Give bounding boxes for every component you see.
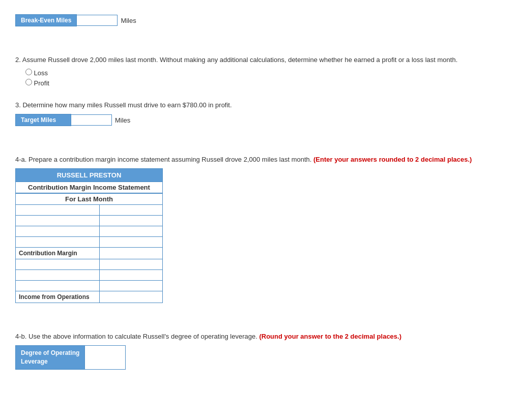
income-from-operations-row: Income from Operations <box>16 291 162 303</box>
cm-table-title: RUSSELL PRESTON <box>16 169 162 182</box>
question-3-section: 3. Determine how many miles Russell must… <box>15 101 506 126</box>
breakeven-label: Break-Even Miles <box>15 14 77 26</box>
q2-loss-option[interactable]: Loss <box>25 69 506 77</box>
row-2-label <box>16 216 100 226</box>
row-1-label <box>16 205 100 215</box>
question-4a-section: 4-a. Prepare a contribution margin incom… <box>15 156 506 303</box>
contribution-margin-label: Contribution Margin <box>16 248 100 259</box>
degree-label: Degree of Operating Leverage <box>15 345 85 370</box>
question-4b-section: 4-b. Use the above information to calcul… <box>15 333 506 370</box>
q4a-intro: 4-a. Prepare a contribution margin incom… <box>15 156 311 163</box>
q4a-text: 4-a. Prepare a contribution margin incom… <box>15 156 506 163</box>
row-3-label <box>16 226 100 236</box>
q4a-highlight: (Enter your answers rounded to 2 decimal… <box>313 156 472 163</box>
table-row <box>16 259 162 270</box>
row-4-input[interactable] <box>100 237 162 247</box>
target-miles-row: Target Miles Miles <box>15 114 506 126</box>
row-8-label <box>16 281 100 291</box>
degree-label-line1: Degree of Operating <box>21 349 79 356</box>
target-miles-label: Target Miles <box>15 114 71 126</box>
row-4-label <box>16 237 100 247</box>
table-row <box>16 226 162 237</box>
breakeven-row: Break-Even Miles Miles <box>15 14 506 26</box>
q4b-intro: 4-b. Use the above information to calcul… <box>15 333 257 340</box>
row-7-input[interactable] <box>100 270 162 280</box>
table-row <box>16 205 162 216</box>
q2-text: 2. Assume Russell drove 2,000 miles last… <box>15 56 506 64</box>
q4b-highlight: (Round your answer to the 2 decimal plac… <box>259 333 401 340</box>
row-6-label <box>16 259 100 269</box>
q2-loss-radio[interactable] <box>25 69 32 75</box>
table-row <box>16 216 162 226</box>
q2-profit-option[interactable]: Profit <box>25 79 506 87</box>
cm-income-statement-table: RUSSELL PRESTON Contribution Margin Inco… <box>15 168 163 303</box>
cm-table-period: For Last Month <box>16 193 162 205</box>
target-miles-input[interactable] <box>71 114 112 126</box>
income-from-operations-input[interactable] <box>100 291 162 303</box>
q4b-text: 4-b. Use the above information to calcul… <box>15 333 506 340</box>
q2-profit-radio[interactable] <box>25 79 32 85</box>
target-miles-unit: Miles <box>115 116 130 124</box>
row-7-label <box>16 270 100 280</box>
row-2-input[interactable] <box>100 216 162 226</box>
degree-of-leverage-row: Degree of Operating Leverage <box>15 345 506 370</box>
q2-radio-group: Loss Profit <box>25 69 506 87</box>
row-6-input[interactable] <box>100 259 162 269</box>
row-1-input[interactable] <box>100 205 162 215</box>
breakeven-section: Break-Even Miles Miles <box>15 14 506 26</box>
breakeven-input[interactable] <box>77 15 118 26</box>
cm-table-subtitle: Contribution Margin Income Statement <box>16 182 162 193</box>
contribution-margin-row: Contribution Margin <box>16 248 162 259</box>
row-3-input[interactable] <box>100 226 162 236</box>
income-from-operations-label: Income from Operations <box>16 291 100 303</box>
table-row <box>16 237 162 248</box>
row-8-input[interactable] <box>100 281 162 291</box>
breakeven-unit: Miles <box>121 17 136 24</box>
degree-label-line2: Leverage <box>21 358 48 365</box>
q3-text: 3. Determine how many miles Russell must… <box>15 101 506 109</box>
question-2-section: 2. Assume Russell drove 2,000 miles last… <box>15 56 506 87</box>
contribution-margin-input[interactable] <box>100 248 162 259</box>
degree-input[interactable] <box>85 345 126 370</box>
table-row <box>16 270 162 281</box>
table-row <box>16 281 162 291</box>
